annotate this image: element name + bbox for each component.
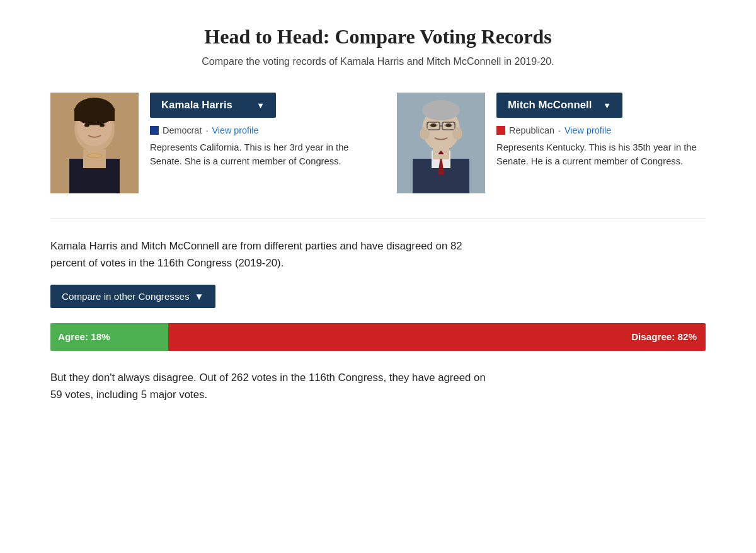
svg-point-18 — [445, 123, 452, 127]
mcconnell-bio: Represents Kentucky. This is his 35th ye… — [496, 140, 706, 168]
svg-point-6 — [100, 124, 105, 127]
mcconnell-party-label: Republican — [509, 125, 554, 135]
bottom-summary-text: But they don't always disagree. Out of 2… — [50, 370, 491, 404]
agree-label: Agree: 18% — [58, 331, 110, 342]
svg-rect-4 — [74, 108, 115, 121]
disagree-bar: Disagree: 82% — [168, 323, 706, 351]
mcconnell-name-label: Mitch McConnell — [508, 99, 592, 111]
politician-info-mcconnell: Mitch McConnell ▼ Republican · View prof… — [496, 93, 706, 168]
svg-point-22 — [420, 127, 430, 140]
harris-party-dot-icon — [150, 126, 159, 135]
politician-photo-harris — [50, 93, 139, 193]
agree-bar: Agree: 18% — [50, 323, 168, 351]
harris-dropdown-arrow-icon: ▼ — [256, 101, 265, 110]
svg-point-17 — [430, 123, 437, 127]
politicians-row: Kamala Harris ▼ Democrat · View profile … — [50, 93, 706, 193]
politician-card-mcconnell: Mitch McConnell ▼ Republican · View prof… — [397, 93, 706, 193]
page-title: Head to Head: Compare Voting Records — [50, 25, 706, 48]
svg-point-23 — [452, 127, 462, 140]
mcconnell-view-profile-link[interactable]: View profile — [564, 125, 611, 135]
svg-point-5 — [84, 124, 89, 127]
harris-name-button[interactable]: Kamala Harris ▼ — [150, 93, 276, 118]
harris-party-label: Democrat — [163, 125, 202, 135]
compare-congresses-button[interactable]: Compare in other Congresses ▼ — [50, 285, 215, 308]
politician-card-harris: Kamala Harris ▼ Democrat · View profile … — [50, 93, 359, 193]
agreement-summary: Kamala Harris and Mitch McConnell are fr… — [50, 238, 491, 272]
mcconnell-dropdown-arrow-icon: ▼ — [603, 101, 611, 110]
disagree-label: Disagree: 82% — [631, 331, 697, 342]
politician-photo-mcconnell — [397, 93, 485, 193]
section-divider — [50, 219, 706, 219]
agreement-section: Kamala Harris and Mitch McConnell are fr… — [50, 238, 706, 404]
harris-view-profile-link[interactable]: View profile — [212, 125, 258, 135]
mcconnell-name-button[interactable]: Mitch McConnell ▼ — [496, 93, 622, 118]
harris-party-line: Democrat · View profile — [150, 125, 359, 135]
mcconnell-party-dot-icon — [496, 126, 505, 135]
page-subtitle: Compare the voting records of Kamala Har… — [50, 56, 706, 67]
svg-point-16 — [422, 100, 460, 120]
harris-bio: Represents California. This is her 3rd y… — [150, 140, 359, 168]
svg-rect-8 — [83, 149, 106, 168]
compare-dropdown-icon: ▼ — [195, 291, 204, 302]
agreement-bar: Agree: 18% Disagree: 82% — [50, 323, 706, 351]
compare-button-label: Compare in other Congresses — [62, 291, 190, 302]
harris-name-label: Kamala Harris — [161, 99, 232, 111]
svg-point-9 — [87, 154, 102, 157]
mcconnell-party-line: Republican · View profile — [496, 125, 706, 135]
politician-info-harris: Kamala Harris ▼ Democrat · View profile … — [150, 93, 359, 168]
